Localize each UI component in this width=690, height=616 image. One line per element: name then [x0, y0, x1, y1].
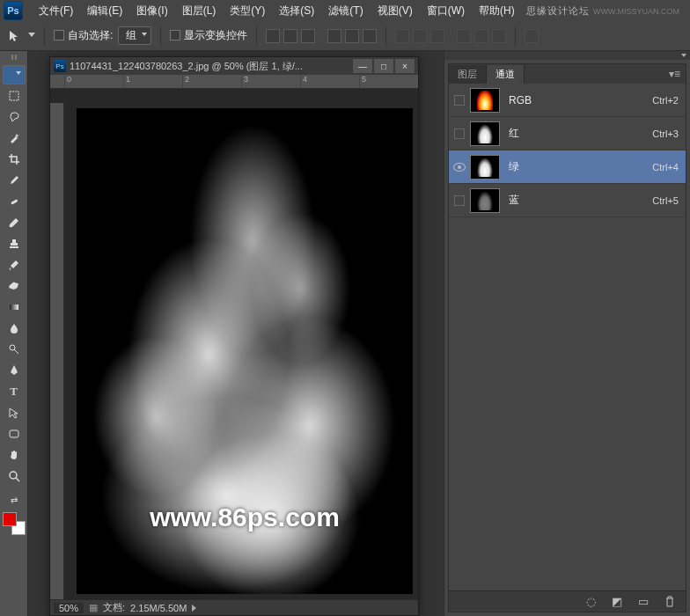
visibility-toggle[interactable]: [449, 163, 470, 172]
window-minimize-icon[interactable]: —: [353, 59, 372, 73]
channel-thumb: [470, 121, 500, 146]
dodge-tool[interactable]: [4, 340, 25, 359]
color-wells[interactable]: [3, 512, 26, 535]
auto-align-icon[interactable]: [525, 29, 539, 43]
dist-vcenter-icon[interactable]: [413, 29, 427, 43]
lasso-tool[interactable]: [4, 107, 25, 127]
brush-tool[interactable]: [4, 213, 25, 232]
svg-rect-0: [10, 92, 18, 100]
align-bottom-icon[interactable]: [301, 29, 315, 43]
dist-hcenter-icon[interactable]: [474, 29, 488, 43]
window-close-icon[interactable]: ×: [395, 59, 415, 73]
eraser-tool[interactable]: [4, 276, 25, 296]
canvas[interactable]: www.86ps.com: [77, 108, 413, 594]
svg-point-5: [10, 472, 17, 479]
dist-left-icon[interactable]: [457, 29, 471, 43]
channel-row-green[interactable]: 绿 Ctrl+4: [449, 150, 686, 184]
menu-filter[interactable]: 滤镜(T): [321, 0, 370, 21]
align-hcenter-icon[interactable]: [345, 29, 359, 43]
tab-channels[interactable]: 通道: [487, 65, 525, 84]
wand-tool[interactable]: [4, 128, 25, 148]
swap-colors-icon[interactable]: ⇄: [4, 495, 25, 505]
toolbox: T ⇄: [0, 51, 28, 616]
align-top-icon[interactable]: [266, 29, 280, 43]
visibility-toggle[interactable]: [449, 95, 470, 106]
zoom-tool[interactable]: [4, 466, 25, 486]
stamp-tool[interactable]: [4, 234, 25, 253]
auto-select-dropdown[interactable]: 组: [118, 26, 151, 45]
panel-collapse-icon[interactable]: [444, 51, 690, 60]
dist-bottom-icon[interactable]: [430, 29, 444, 43]
menu-view[interactable]: 视图(V): [371, 0, 420, 21]
heal-tool[interactable]: [4, 192, 25, 211]
filesize-value: 2.15M/5.50M: [130, 603, 187, 613]
panel-menu-icon[interactable]: ▾≡: [664, 68, 686, 80]
divider: [385, 26, 386, 46]
align-group-2: [327, 29, 377, 43]
window-maximize-icon[interactable]: □: [374, 59, 393, 73]
channels-panel: 图层 通道 ▾≡ RGB Ctrl+2 红 Ctrl+3: [448, 63, 686, 612]
auto-select-checkbox[interactable]: 自动选择:: [54, 28, 113, 43]
filesize-label: 文档:: [103, 601, 125, 614]
divider: [515, 26, 516, 46]
svg-rect-4: [10, 430, 18, 437]
ruler-vertical[interactable]: [50, 103, 64, 599]
save-selection-icon[interactable]: ◩: [610, 595, 624, 609]
menu-file[interactable]: 文件(F): [32, 0, 80, 21]
channel-shortcut: Ctrl+2: [652, 95, 679, 106]
menu-type[interactable]: 类型(Y): [223, 0, 272, 21]
menu-window[interactable]: 窗口(W): [420, 0, 472, 21]
new-channel-icon[interactable]: ▭: [636, 595, 650, 609]
eyedropper-tool[interactable]: [4, 171, 25, 190]
hand-tool[interactable]: [4, 445, 25, 465]
blur-tool[interactable]: [4, 319, 25, 338]
brand-text: 思缘设计论坛WWW.MISSYUAN.COM: [526, 4, 690, 18]
dist-top-icon[interactable]: [395, 29, 409, 43]
show-transform-checkbox[interactable]: 显示变换控件: [170, 28, 247, 43]
marquee-tool[interactable]: [4, 86, 25, 106]
foreground-color-well[interactable]: [3, 512, 17, 526]
status-arrow-icon[interactable]: [192, 605, 196, 612]
ruler-horizontal[interactable]: 012345: [50, 75, 418, 89]
shape-tool[interactable]: [4, 424, 25, 444]
menu-help[interactable]: 帮助(H): [472, 0, 522, 21]
align-left-icon[interactable]: [327, 29, 341, 43]
channel-row-red[interactable]: 红 Ctrl+3: [449, 117, 686, 150]
distribute-group-2: [457, 29, 506, 43]
gradient-tool[interactable]: [4, 297, 25, 317]
visibility-toggle[interactable]: [449, 128, 470, 139]
load-selection-icon[interactable]: ◌: [584, 595, 598, 609]
type-tool[interactable]: T: [4, 382, 25, 401]
toolbox-handle[interactable]: [3, 55, 26, 62]
align-vcenter-icon[interactable]: [283, 29, 297, 43]
channel-row-rgb[interactable]: RGB Ctrl+2: [449, 84, 686, 117]
history-brush-tool[interactable]: [4, 255, 25, 275]
delete-channel-icon[interactable]: [663, 595, 677, 609]
document-titlebar[interactable]: Ps 11074431_122403780263_2.jpg @ 50% (图层…: [50, 57, 418, 75]
channel-name: 红: [509, 126, 652, 141]
menu-layer[interactable]: 图层(L): [175, 0, 224, 21]
path-tool[interactable]: [4, 403, 25, 422]
menu-edit[interactable]: 编辑(E): [80, 0, 129, 21]
menu-image[interactable]: 图像(I): [129, 0, 174, 21]
svg-rect-2: [10, 304, 18, 310]
divider: [256, 26, 257, 46]
align-right-icon[interactable]: [363, 29, 377, 43]
divider: [160, 26, 161, 46]
zoom-field[interactable]: 50%: [54, 603, 84, 613]
doc-info-icon[interactable]: ▦: [89, 602, 98, 613]
move-tool[interactable]: [3, 65, 26, 84]
channel-thumb: [470, 155, 500, 180]
crop-tool[interactable]: [4, 150, 25, 169]
tool-preset-dropdown[interactable]: [28, 33, 35, 40]
dist-right-icon[interactable]: [492, 29, 506, 43]
menu-select[interactable]: 选择(S): [272, 0, 321, 21]
visibility-toggle[interactable]: [449, 195, 470, 206]
pen-tool[interactable]: [4, 361, 25, 380]
tab-layers[interactable]: 图层: [449, 65, 487, 84]
panel-column: 图层 通道 ▾≡ RGB Ctrl+2 红 Ctrl+3: [444, 51, 690, 616]
channel-row-blue[interactable]: 蓝 Ctrl+5: [449, 184, 686, 217]
document-statusbar: 50% ▦ 文档:2.15M/5.50M: [50, 599, 418, 615]
align-group-1: [266, 29, 315, 43]
document-area: Ps 11074431_122403780263_2.jpg @ 50% (图层…: [28, 51, 444, 616]
